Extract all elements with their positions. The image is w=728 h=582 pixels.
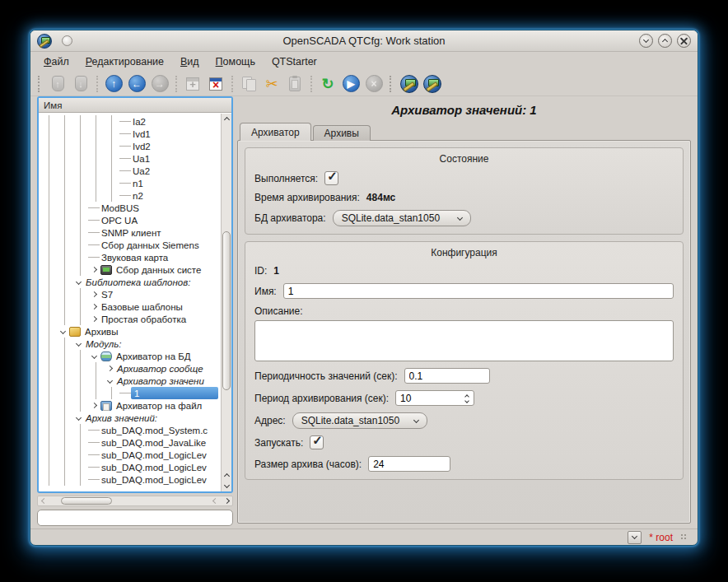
status-dropdown-button[interactable] — [628, 531, 642, 544]
address-combobox[interactable]: SQLite.data_stan1050 — [292, 412, 427, 429]
name-input[interactable] — [283, 283, 674, 299]
expander-icon[interactable] — [88, 350, 100, 362]
close-button[interactable] — [677, 34, 691, 48]
titlebar[interactable]: OpenSCADA QTCfg: Work station — [30, 30, 698, 52]
expander-icon[interactable] — [88, 313, 100, 325]
tree-item[interactable]: Сбор данных систе — [41, 263, 218, 276]
tree-item[interactable]: Простая обработка — [41, 313, 218, 325]
expander-icon[interactable] — [72, 412, 84, 424]
tree-horizontal-scrollbar[interactable] — [37, 496, 233, 506]
tree-item[interactable]: OPC UA — [41, 214, 218, 226]
archiving-period-spinbox[interactable] — [395, 390, 474, 406]
tree-item[interactable]: Архив значений: — [41, 412, 218, 424]
horizontal-scroll-track[interactable] — [49, 496, 209, 505]
expander-icon[interactable] — [88, 399, 100, 412]
tree-item[interactable]: SNMP клиент — [41, 226, 218, 239]
back-button[interactable]: ← — [126, 73, 147, 95]
running-checkbox[interactable]: ✓ — [324, 171, 338, 185]
tree-item[interactable]: Сбор данных Siemens — [41, 239, 218, 251]
tree-item[interactable]: Ua2 — [41, 165, 218, 177]
tree-item[interactable]: S7 — [41, 288, 218, 300]
tree-item[interactable]: Архиватор на файл — [41, 399, 218, 412]
tree-item[interactable]: Архивы — [41, 325, 218, 338]
archive-size-input[interactable] — [368, 456, 450, 472]
tree-vertical-scrollbar[interactable] — [221, 114, 231, 491]
tree-guide-line — [72, 313, 88, 325]
id-label: ID: — [254, 265, 267, 277]
menu-edit[interactable]: Редактирование — [79, 54, 170, 70]
tree-guide-line — [41, 251, 57, 263]
spinner-arrows[interactable] — [462, 393, 474, 403]
tree-item[interactable]: n1 — [41, 177, 218, 189]
tree-item[interactable]: Архиватор сообще — [41, 362, 218, 375]
menu-help[interactable]: Помощь — [209, 54, 262, 70]
archiver-db-combobox[interactable]: SQLite.data_stan1050 — [333, 210, 471, 226]
tree-item[interactable]: Ia2 — [41, 115, 218, 128]
tree-guide-line — [57, 436, 72, 449]
expander-icon[interactable] — [88, 263, 100, 276]
tree-header[interactable]: Имя — [39, 98, 231, 113]
tree-item[interactable]: Модуль: — [41, 338, 218, 350]
tree-item[interactable]: Ivd2 — [41, 140, 218, 152]
start-button[interactable]: ▶ — [340, 73, 362, 95]
archiving-period-input[interactable] — [396, 393, 462, 404]
expander-icon[interactable] — [104, 362, 115, 375]
tree-item[interactable]: Библиотека шаблонов: — [41, 276, 218, 288]
add-item-button: + — [182, 73, 203, 95]
tree-guide-line — [57, 276, 72, 288]
scroll-up-button-2[interactable] — [222, 470, 231, 481]
cut-button[interactable]: ✂ — [261, 73, 282, 95]
chevron-down-icon — [457, 214, 463, 220]
expander-icon[interactable] — [88, 288, 100, 300]
expander-icon[interactable] — [72, 338, 84, 350]
expander-icon[interactable] — [104, 375, 115, 387]
description-textarea[interactable] — [254, 320, 674, 361]
tree-item[interactable]: sub_DAQ.mod_System.c — [41, 424, 218, 436]
horizontal-scroll-thumb[interactable] — [61, 497, 112, 505]
tree-item[interactable]: sub_DAQ.mod_JavaLike — [41, 436, 218, 449]
tree-item[interactable]: sub_DAQ.mod_LogicLev — [41, 461, 218, 473]
tree-item[interactable]: sub_DAQ.mod_LogicLev — [41, 473, 218, 486]
tree-guide-line — [88, 387, 104, 399]
menu-file[interactable]: Файл — [37, 54, 76, 70]
tab-archiver[interactable]: Архиватор — [240, 123, 311, 141]
refresh-button[interactable]: ↻ — [317, 73, 338, 95]
tree-guide-line — [72, 375, 88, 387]
tree-item[interactable]: Ivd1 — [41, 128, 218, 140]
delete-item-button[interactable]: × — [205, 73, 226, 95]
tree-item[interactable]: Архиватор значени — [41, 375, 218, 387]
scroll-left-button[interactable] — [38, 496, 49, 505]
tree-item[interactable]: Архиватор на БД — [41, 350, 218, 362]
maximize-button[interactable] — [658, 34, 672, 48]
resize-grip[interactable] — [680, 533, 688, 541]
vertical-scroll-thumb[interactable] — [222, 231, 231, 390]
expander-icon[interactable] — [88, 300, 100, 313]
qtcfg-launcher-button[interactable] — [399, 73, 420, 95]
expander-icon[interactable] — [57, 325, 68, 338]
tree-guide-line — [88, 152, 104, 165]
value-period-input[interactable] — [404, 368, 490, 384]
tree-guide-line — [88, 189, 104, 202]
up-level-button[interactable]: ↑ — [103, 73, 124, 95]
minimize-button[interactable] — [639, 34, 653, 48]
menu-view[interactable]: Вид — [174, 54, 206, 70]
tree-item[interactable]: ModBUS — [41, 202, 218, 214]
tree-item[interactable]: Ua1 — [41, 152, 218, 165]
tree-filter-input[interactable] — [37, 510, 233, 526]
tree-item[interactable]: Базовые шаблоны — [41, 300, 218, 313]
tree-item[interactable]: 1 — [41, 387, 218, 399]
scroll-down-button[interactable] — [222, 481, 231, 491]
vision-launcher-button[interactable] — [422, 73, 443, 95]
back-arrow-icon: ← — [128, 75, 146, 92]
scroll-left-button-2[interactable] — [209, 496, 221, 505]
tree-item[interactable]: n2 — [41, 189, 218, 202]
vertical-scroll-track[interactable] — [222, 124, 231, 470]
scroll-up-button[interactable] — [222, 114, 231, 124]
menu-qtstarter[interactable]: QTStarter — [265, 54, 324, 70]
tree-item[interactable]: Звуковая карта — [41, 251, 218, 263]
tab-archives[interactable]: Архивы — [313, 125, 371, 141]
tree-item[interactable]: sub_DAQ.mod_LogicLev — [41, 449, 218, 461]
scroll-right-button[interactable] — [221, 496, 232, 505]
run-start-checkbox[interactable]: ✓ — [310, 435, 324, 449]
expander-icon[interactable] — [72, 276, 84, 288]
